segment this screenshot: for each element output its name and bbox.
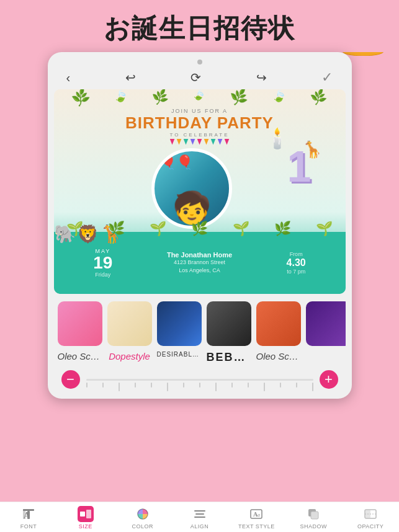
svg-rect-16 [194, 516, 205, 518]
tick-12 [264, 383, 265, 391]
confirm-icon[interactable]: ✓ [321, 69, 333, 86]
tick-8 [199, 383, 200, 388]
text-style-icon: A a [248, 506, 264, 522]
back-icon[interactable]: ‹ [66, 71, 71, 85]
svg-rect-12 [86, 510, 91, 518]
font-label-2: Dopestyle [107, 351, 152, 364]
nav-item-text-style[interactable]: A a TEXT STYLE [228, 506, 285, 530]
opacity-label: OPACITY [357, 523, 383, 530]
size-icon [78, 506, 94, 522]
grass-decoration: 🌱 🌿 🌱 🌿 🌱 🌿 🌱 [54, 221, 346, 233]
slider-ticks [86, 383, 313, 391]
tick-14 [296, 383, 297, 388]
photo-circle[interactable]: 🎈🎈 🧒 [151, 148, 232, 229]
svg-text:a: a [258, 512, 260, 518]
venue-name: The Jonathan Home [167, 251, 232, 259]
tick-3 [119, 383, 120, 391]
font-label-4: BEBAS [207, 351, 251, 364]
font-swatch-6[interactable] [306, 301, 346, 346]
time-from: 4.30 [287, 257, 306, 268]
history-icon[interactable]: ⟳ [191, 70, 201, 85]
event-weekday: Friday [93, 272, 112, 278]
tick-6 [167, 383, 168, 391]
font-swatch-3[interactable] [157, 301, 202, 346]
header: お誕生日招待状 [0, 0, 399, 52]
redo-icon[interactable]: ↪ [256, 70, 267, 85]
font-label-1: Oleo Script [58, 351, 102, 364]
svg-rect-11 [80, 512, 85, 516]
tick-5 [151, 383, 152, 388]
text-style-label: TEXT STYLE [238, 523, 275, 530]
nav-item-align[interactable]: ALIGN [171, 506, 228, 530]
card-inner: 🌿 🍃 🌿 🍃 🌿 🍃 🌿 JOIN US FOR A BIRTHDAY PAR… [54, 89, 346, 294]
size-increase-button[interactable]: + [320, 370, 338, 389]
card-canvas: 🌿 🍃 🌿 🍃 🌿 🍃 🌿 JOIN US FOR A BIRTHDAY PAR… [54, 89, 346, 294]
svg-rect-15 [195, 513, 204, 515]
font-label: FONT [20, 523, 37, 530]
to-celebrate-text: TO CELEBRATE [54, 132, 346, 138]
undo-icon[interactable]: ↩ [125, 70, 136, 85]
svg-rect-14 [194, 510, 205, 512]
editor-toolbar: ‹ ↩ ⟳ ↪ ✓ [54, 69, 346, 86]
tick-15 [312, 383, 313, 391]
venue-section: The Jonathan Home 4123 Brannon Street Lo… [167, 251, 232, 274]
number-one-decoration: 1 [287, 145, 312, 188]
font-label-5: Oleo Script [256, 351, 301, 364]
venue-address: 4123 Brannon Street [167, 259, 232, 267]
event-day: 19 [93, 254, 112, 272]
size-slider-track[interactable] [86, 379, 313, 381]
shadow-icon [305, 506, 321, 522]
size-decrease-button[interactable]: − [61, 370, 80, 389]
tick-9 [215, 383, 217, 391]
font-icon: A [20, 506, 37, 522]
tick-11 [248, 383, 249, 388]
align-icon [192, 506, 208, 522]
font-label-3: DESIRABLE THOUGHT [157, 351, 202, 364]
font-swatch-1[interactable] [58, 301, 102, 346]
tick-4 [135, 383, 136, 388]
nav-item-opacity[interactable]: OPACITY [342, 506, 399, 530]
svg-text:A: A [24, 511, 30, 520]
bottom-nav: A FONT SIZE COLOR [0, 502, 399, 532]
tablet-camera [197, 60, 202, 64]
nav-item-color[interactable]: COLOR [114, 506, 171, 530]
size-slider-row: − + [54, 366, 346, 392]
nav-item-size[interactable]: SIZE [57, 506, 114, 530]
font-swatch-2[interactable] [107, 301, 152, 346]
page-title: お誕生日招待状 [6, 11, 393, 46]
font-swatch-5[interactable] [256, 301, 301, 346]
tick-10 [231, 383, 233, 388]
color-label: COLOR [132, 523, 153, 530]
shadow-label: SHADOW [300, 523, 327, 530]
tick-7 [183, 383, 184, 388]
time-to: to 7 pm [287, 268, 306, 275]
size-nav-label: SIZE [79, 523, 92, 530]
tick-1 [86, 383, 87, 388]
time-from-label: From [287, 251, 306, 257]
font-label-list: Oleo Script Dopestyle DESIRABLE THOUGHT … [54, 350, 346, 366]
tick-13 [280, 383, 281, 388]
svg-rect-21 [311, 512, 318, 519]
candle-decoration: 🕯️ [265, 126, 290, 150]
birthday-party-text: BIRTHDAY PARTY [54, 114, 346, 132]
nav-item-font[interactable]: A FONT [0, 506, 57, 530]
align-label: ALIGN [191, 523, 209, 530]
font-swatch-list [54, 294, 346, 350]
nav-item-shadow[interactable]: SHADOW [285, 506, 342, 530]
font-swatch-4[interactable] [207, 301, 251, 346]
tablet-frame: ‹ ↩ ⟳ ↪ ✓ 🌿 🍃 🌿 🍃 🌿 🍃 🌿 JOIN US FOR A BI… [48, 52, 352, 399]
tick-2 [102, 383, 104, 388]
date-section: MAY 19 Friday [93, 248, 112, 278]
opacity-icon [362, 506, 379, 522]
color-icon [135, 506, 151, 522]
time-section: From 4.30 to 7 pm [287, 251, 306, 275]
card-title-area: JOIN US FOR A BIRTHDAY PARTY TO CELEBRAT… [54, 89, 346, 145]
venue-city: Los Angeles, CA [167, 267, 232, 275]
